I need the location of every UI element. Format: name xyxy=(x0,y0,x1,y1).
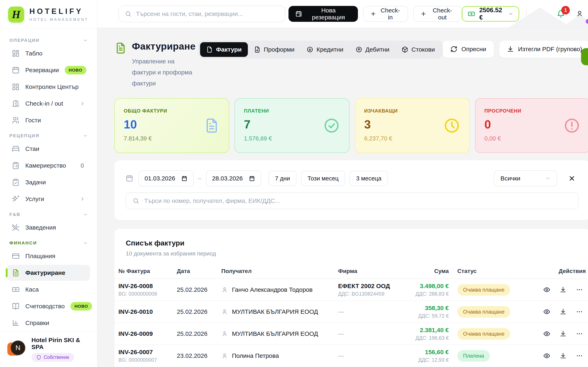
view-invoice-button[interactable] xyxy=(543,352,550,359)
download-invoice-button[interactable] xyxy=(560,286,567,293)
download-invoice-button[interactable] xyxy=(560,308,567,315)
sidebar-item-checkinout[interactable]: Check-in / out xyxy=(7,96,90,111)
table-row[interactable]: INV-26-0007 BG: 0000000007 23.02.2026 По… xyxy=(114,345,588,367)
sidebar-item-outlets[interactable]: Заведения xyxy=(7,220,90,235)
invoice-vat: ДДС: 288,83 € xyxy=(398,291,449,297)
invoice-amount: 358,30 € xyxy=(398,305,449,312)
invoice-company: — xyxy=(338,308,398,315)
sidebar-item-label: Гости xyxy=(25,117,85,124)
invoice-search-input[interactable]: Търси по номер, получател, фирма, ЕИК/ДД… xyxy=(126,192,579,209)
tab-label: Проформи xyxy=(264,46,294,53)
book-icon xyxy=(12,302,20,310)
tab-debit-notes[interactable]: Дебитни xyxy=(350,42,396,57)
refresh-button[interactable]: Опресни xyxy=(443,41,494,58)
quick-range-7days-button[interactable]: 7 дни xyxy=(268,171,296,186)
download-pdf-button[interactable]: Изтегли PDF (групово) xyxy=(499,41,588,58)
invoice-page-icon xyxy=(115,42,127,54)
invoice-vat: ДДС: 59,72 € xyxy=(398,313,449,319)
column-actions: Действия xyxy=(524,268,586,275)
download-pdf-label: Изтегли PDF (групово) xyxy=(518,46,582,53)
table-row[interactable]: INV-26-0009 25.02.2026 МУЛТИВАК БЪЛГАРИЯ… xyxy=(114,323,588,345)
stat-amount: 7.814,39 € xyxy=(124,135,220,142)
section-reception[interactable]: РЕЦЕПЦИЯ xyxy=(7,129,90,141)
sidebar-item-reservations[interactable]: Резервации НОВО xyxy=(7,62,90,78)
column-recipient: Получател xyxy=(221,268,338,275)
table-header-row: № Фактура Дата Получател Фирма Сума Стат… xyxy=(114,264,588,279)
stat-paid: ПЛАТЕНИ 7 1.576,69 € xyxy=(234,98,350,153)
date-range-separator: – xyxy=(198,175,201,182)
new-badge: НОВО xyxy=(70,302,92,310)
view-invoice-button[interactable] xyxy=(543,286,550,293)
view-invoice-button[interactable] xyxy=(543,308,550,315)
section-fnb-label: F&B xyxy=(9,212,20,217)
sidebar-item-accounting[interactable]: Счетоводство НОВО xyxy=(7,298,90,314)
page-title: Фактуриране xyxy=(132,41,196,52)
section-operations[interactable]: ОПЕРАЦИИ xyxy=(7,34,90,45)
tab-label: Кредитни xyxy=(316,46,343,53)
date-from-value: 01.03.2026 xyxy=(145,175,175,182)
invoice-vat: ДДС: 196,63 € xyxy=(398,335,449,341)
section-finance[interactable]: ФИНАНСИ xyxy=(7,236,90,248)
download-icon xyxy=(507,46,514,53)
invoice-file-icon xyxy=(12,269,20,277)
sidebar-item-reports[interactable]: Справки xyxy=(7,315,90,331)
date-from-input[interactable]: 01.03.2026 xyxy=(138,170,194,186)
tab-stock[interactable]: Стокови xyxy=(396,42,441,57)
calendar-plus-icon xyxy=(295,11,302,17)
global-search-input[interactable]: Търсене на гости, стаи, резервации... xyxy=(118,6,285,22)
arrow-up-circle-icon xyxy=(356,46,362,53)
status-filter-value: Всички xyxy=(501,175,520,182)
topbar: Търсене на гости, стаи, резервации... Но… xyxy=(97,0,588,28)
clear-filters-button[interactable] xyxy=(565,175,579,182)
checkout-button[interactable]: Check-out xyxy=(414,6,462,22)
sidebar-footer[interactable]: N Hotel Pirin SKI & SPA Собственик xyxy=(0,331,97,367)
chevron-right-icon xyxy=(80,196,85,202)
new-reservation-button[interactable]: Нова резервация xyxy=(288,6,358,22)
add-invoice-button[interactable] xyxy=(581,48,588,65)
tab-label: Фактури xyxy=(216,46,242,53)
status-badge: Очаква плащане xyxy=(457,284,510,296)
sidebar-item-dashboard[interactable]: Табло xyxy=(7,45,90,61)
notifications-button[interactable]: 1 xyxy=(556,10,566,18)
sidebar-item-cashdesk[interactable]: Каса xyxy=(7,282,90,298)
sidebar-item-tasks[interactable]: Задачи xyxy=(7,174,90,190)
sidebar-item-housekeeping[interactable]: Камериерство 0 xyxy=(7,158,90,174)
invoice-date: 25.02.2026 xyxy=(177,330,221,337)
table-row[interactable]: INV-26-0010 25.02.2026 МУЛТИВАК БЪЛГАРИЯ… xyxy=(114,301,588,323)
invoice-number-sub: BG: 0000000007 xyxy=(118,357,177,363)
new-reservation-label: Нова резервация xyxy=(306,7,351,21)
quick-range-3months-button[interactable]: 3 месеца xyxy=(350,171,388,186)
sidebar-item-control-center[interactable]: Контролен Център xyxy=(7,79,90,95)
sidebar-item-services[interactable]: Услуги xyxy=(7,191,90,207)
sidebar-item-guests[interactable]: Гости xyxy=(7,112,90,128)
more-actions-button[interactable] xyxy=(576,330,583,337)
more-actions-button[interactable] xyxy=(576,352,583,359)
stats-cards: ОБЩО ФАКТУРИ 10 7.814,39 € ПЛАТЕНИ 7 1.5… xyxy=(114,98,588,153)
more-actions-button[interactable] xyxy=(576,286,583,293)
sidebar-item-label: Заведения xyxy=(25,224,85,231)
checkin-button[interactable]: Check-in xyxy=(363,6,408,22)
balance-dropdown[interactable]: 2506.52 € xyxy=(462,6,519,22)
tab-invoices[interactable]: Фактури xyxy=(200,42,248,57)
view-invoice-button[interactable] xyxy=(543,330,550,337)
date-to-input[interactable]: 28.03.2026 xyxy=(206,170,261,186)
sidebar-item-payments[interactable]: Плащания xyxy=(7,248,90,264)
sidebar-item-rooms[interactable]: Стаи xyxy=(7,141,90,157)
more-actions-button[interactable] xyxy=(576,308,583,315)
invoice-company-vat: ДДС: BG130824459 xyxy=(338,291,398,297)
tab-proformas[interactable]: Проформи xyxy=(248,42,301,57)
download-invoice-button[interactable] xyxy=(560,352,567,359)
quick-range-this-month-button[interactable]: Този месец xyxy=(301,171,345,186)
hotelify-logo-icon: H xyxy=(8,7,24,22)
table-row[interactable]: INV-26-0008 BG: 0000000008 25.02.2026 Га… xyxy=(114,279,588,301)
status-filter-select[interactable]: Всички xyxy=(494,170,557,186)
download-invoice-button[interactable] xyxy=(560,330,567,337)
invoice-number: INV-26-0009 xyxy=(118,330,177,337)
invoice-recipient: Полина Петрова xyxy=(232,352,279,359)
tab-credit-notes[interactable]: Кредитни xyxy=(301,42,350,57)
chevron-down-icon xyxy=(508,11,513,17)
section-fnb[interactable]: F&B xyxy=(7,208,90,220)
clock-icon xyxy=(444,117,460,134)
sidebar-item-invoicing[interactable]: Фактуриране xyxy=(7,265,90,281)
document-icon xyxy=(204,118,219,133)
